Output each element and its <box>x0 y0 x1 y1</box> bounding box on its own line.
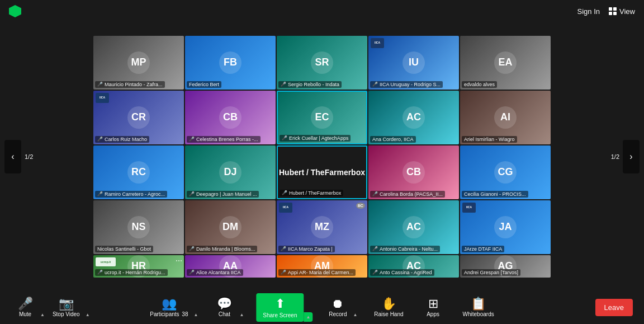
apps-button[interactable]: ⊞ Apps <box>419 295 447 320</box>
bottom-toolbar: 🎤 Mute ▲ 📷 Stop Video ▲ 👥 Participants <box>0 290 644 324</box>
video-cell-3: SR 🎤 Sergio Rebollo - Indata <box>277 36 367 90</box>
participant-name-12: 🎤 Deepagro | Juan Manuel ... <box>187 191 259 198</box>
share-screen-button[interactable]: ⬆ Share Screen <box>256 293 304 322</box>
top-bar-right: Sign In View <box>577 7 635 16</box>
participant-name-2: Federico Bert <box>187 81 221 88</box>
page-indicator-left: 1/2 <box>25 153 33 160</box>
participant-name-10: Ariel Ismirlian - Wiagro <box>462 136 517 143</box>
video-cell-17: DM 🎤 Danilo Miranda | Blooms... <box>185 200 276 254</box>
video-cell-7: CB 🎤 Celestina Brenes Porras -... <box>185 91 276 144</box>
next-page-button[interactable]: › <box>623 140 640 173</box>
chat-caret-button[interactable]: ▲ <box>238 310 245 320</box>
video-cell-1: MP 🎤 Mauricio Pintado - Zafra... <box>93 36 184 90</box>
chat-group: 💬 Chat ▲ <box>210 295 245 320</box>
video-cell-20: JA IICA JArze DTAF IICA <box>460 200 551 254</box>
record-button[interactable]: ⏺ Record <box>324 295 352 320</box>
participant-name-13: 🎤 Hubert / TheFarmerbox <box>280 190 343 196</box>
apps-label: Apps <box>427 311 439 317</box>
participant-name-19: 🎤 Antonio Cabreira - Neltu... <box>370 246 440 252</box>
raise-hand-button[interactable]: ✋ Raise Hand <box>370 295 408 320</box>
video-grid-container: ‹ 1/2 MP 🎤 Mauricio Pintado - Zafra... F… <box>0 22 644 290</box>
stop-video-button[interactable]: 📷 Stop Video <box>48 295 84 320</box>
record-icon: ⏺ <box>332 298 344 310</box>
record-caret-button[interactable]: ▲ <box>352 310 358 320</box>
whiteboards-button[interactable]: 📋 Whiteboards <box>458 295 499 320</box>
participant-name-20: JArze DTAF IICA <box>462 246 504 252</box>
share-screen-group: ⬆ Share Screen ▲ <box>256 293 312 322</box>
video-cell-13: Hubert / TheFarmerbox 🎤 Hubert / TheFarm… <box>277 145 367 199</box>
video-cell-10: AI Ariel Ismirlian - Wiagro <box>460 91 551 144</box>
video-cell-11: RC 🎤 Ramiro Carretero - Agroc... <box>93 145 184 199</box>
video-cell-14: CB 🎤 Carolina Borda (PACSA_II... <box>368 145 459 199</box>
video-cell-19: AC 🎤 Antonio Cabreira - Neltu... <box>368 200 459 254</box>
participants-group: 👥 Participants 38 ▲ <box>145 295 199 320</box>
sign-in-button[interactable]: Sign In <box>577 7 600 16</box>
chat-button[interactable]: 💬 Chat <box>210 295 238 320</box>
video-grid: MP 🎤 Mauricio Pintado - Zafra... FB Fede… <box>93 36 551 278</box>
participant-name-14: 🎤 Carolina Borda (PACSA_II... <box>370 191 445 198</box>
raise-hand-label: Raise Hand <box>374 311 403 317</box>
participant-name-25: Andrei Grespan [Tarvos] <box>462 269 520 276</box>
more-options-icon[interactable]: ⋯ <box>176 257 182 265</box>
ucrop-logo-overlay: ucrop.it <box>96 257 116 266</box>
participant-name-15: Cecilia Gianoni - PROCIS... <box>462 191 528 198</box>
participants-caret-button[interactable]: ▲ <box>192 310 199 320</box>
active-speaker-label: Hubert / TheFarmerbox <box>279 168 365 177</box>
stop-video-label: Stop Video <box>53 311 80 317</box>
iica-logo-overlay: IICA <box>371 38 384 48</box>
record-label: Record <box>329 311 347 317</box>
participant-name-9: Ana Cordero, IICA <box>370 136 416 143</box>
toolbar-center: 👥 Participants 38 ▲ 💬 Chat ▲ ⬆ Sha <box>145 293 498 322</box>
security-shield-icon <box>9 5 21 17</box>
participants-button[interactable]: 👥 Participants 38 <box>145 295 192 320</box>
grid-view-icon <box>609 7 617 15</box>
apps-icon: ⊞ <box>428 298 438 310</box>
participant-name-7: 🎤 Celestina Brenes Porras -... <box>187 136 261 143</box>
mute-icon: 🎤 <box>18 298 33 310</box>
share-screen-caret-button[interactable]: ▲ <box>304 312 312 322</box>
chat-label: Chat <box>219 311 230 317</box>
video-cell-22: AA 🎤 Alice Alcantara IICA <box>185 255 276 278</box>
video-cell-6: CR IICA 🎤 Carlos Ruiz Macho <box>93 91 184 144</box>
video-caret-button[interactable]: ▲ <box>84 310 91 320</box>
toolbar-right: Leave <box>595 299 633 316</box>
mute-button[interactable]: 🎤 Mute <box>11 295 39 320</box>
participant-name-1: 🎤 Mauricio Pintado - Zafra... <box>95 81 165 88</box>
participants-label: Participants <box>150 311 179 317</box>
mute-caret-button[interactable]: ▲ <box>39 310 46 320</box>
video-cell-23: AM 🎤 Appi AR- Maria del Carmen... <box>277 255 367 278</box>
view-button[interactable]: View <box>609 7 635 16</box>
video-cell-25: AG Andrei Grespan [Tarvos] <box>460 255 551 278</box>
video-cell-2: FB Federico Bert <box>185 36 276 90</box>
chat-icon: 💬 <box>217 298 232 310</box>
video-cell-16: NS Nicolas Santinelli - Gbot <box>93 200 184 254</box>
participant-name-23: 🎤 Appi AR- Maria del Carmen... <box>278 269 356 276</box>
participant-name-18: 🎤 IICA Marco Zapata | <box>278 246 335 252</box>
raise-hand-icon: ✋ <box>381 298 396 310</box>
iica-logo-overlay-6: IICA <box>96 93 109 103</box>
participant-name-17: 🎤 Danilo Miranda | Blooms... <box>187 246 257 252</box>
leave-button[interactable]: Leave <box>595 299 633 316</box>
video-cell-24: AC 🎤 Anto Cassina - AgriRed <box>368 255 459 278</box>
participant-name-8: 🎤 Erick Cuellar | AgtechApps <box>280 135 351 142</box>
share-screen-icon: ⬆ <box>275 297 285 311</box>
video-cell-12: DJ 🎤 Deepagro | Juan Manuel ... <box>185 145 276 199</box>
record-caret-icon: ▲ <box>353 312 357 317</box>
whiteboards-label: Whiteboards <box>463 311 494 317</box>
video-caret-icon: ▲ <box>86 312 90 317</box>
mute-caret-icon: ▲ <box>40 312 45 317</box>
video-cell-18: MZ IICA 8C 🎤 IICA Marco Zapata | <box>277 200 367 254</box>
participant-name-5: edvaldo alves <box>462 81 497 88</box>
video-icon: 📷 <box>59 298 74 310</box>
iica-logo-overlay-20: IICA <box>462 203 476 213</box>
top-bar: Sign In View <box>0 0 644 22</box>
participant-name-24: 🎤 Anto Cassina - AgriRed <box>370 269 434 276</box>
record-group: ⏺ Record ▲ <box>324 295 358 320</box>
participant-name-6: 🎤 Carlos Ruiz Macho <box>95 136 149 143</box>
video-cell-8: EC 🎤 Erick Cuellar | AgtechApps <box>277 91 367 144</box>
video-cell-15: CG Cecilia Gianoni - PROCIS... <box>460 145 551 199</box>
participant-name-3: 🎤 Sergio Rebollo - Indata <box>278 81 342 88</box>
prev-page-button[interactable]: ‹ <box>4 140 21 173</box>
participant-name-22: 🎤 Alice Alcantara IICA <box>187 269 243 276</box>
view-label: View <box>619 7 635 16</box>
